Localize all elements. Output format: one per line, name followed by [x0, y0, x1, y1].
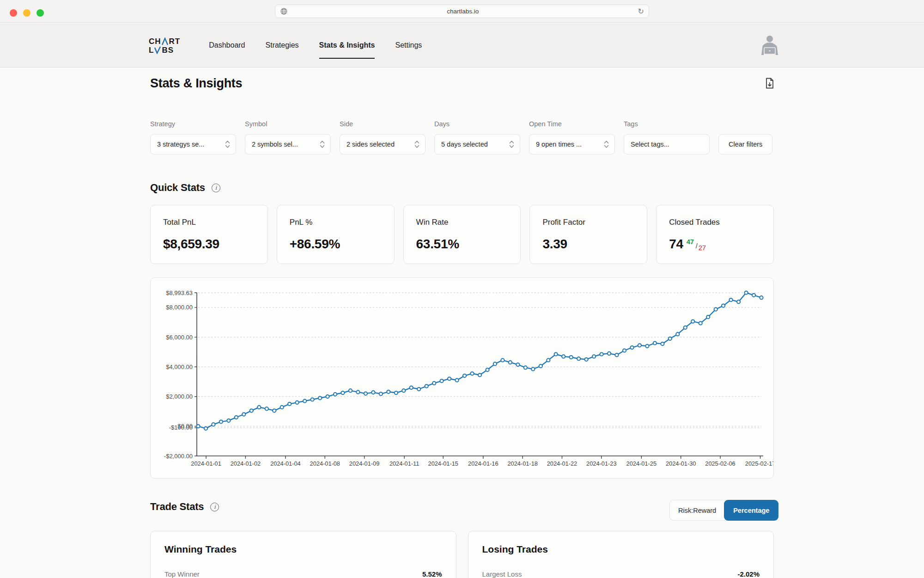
side-select[interactable]: 2 sides selected: [340, 134, 426, 154]
address-bar[interactable]: chartlabs.io ↻: [275, 5, 649, 18]
chevron-updown-icon: [603, 140, 609, 148]
svg-text:2024-01-04: 2024-01-04: [270, 460, 300, 467]
svg-text:$8,993.63: $8,993.63: [166, 289, 193, 296]
zoom-window-button[interactable]: [36, 9, 44, 17]
svg-text:2024-01-18: 2024-01-18: [507, 460, 537, 467]
filter-label: Symbol: [245, 120, 331, 128]
stat-card-total-pnl: Total PnL $8,659.39: [150, 205, 268, 264]
url-text: chartlabs.io: [288, 8, 638, 15]
chevron-updown-icon: [319, 140, 325, 148]
strategy-select[interactable]: 3 strategys se...: [150, 134, 236, 154]
trade-stats-heading: Trade Stats: [150, 501, 204, 513]
filters-bar: Strategy 3 strategys se... Symbol 2 symb…: [150, 120, 774, 154]
nav-item-stats-insights[interactable]: Stats & Insights: [319, 38, 375, 52]
svg-text:-$2,000.00: -$2,000.00: [164, 453, 193, 460]
trade-stats-header: Trade Stats i: [150, 501, 219, 513]
stat-value: $8,659.39: [163, 237, 255, 252]
logo-zigzag-icon: [154, 46, 161, 54]
winning-trades-title: Winning Trades: [164, 544, 442, 555]
quick-stats-header: Quick Stats i: [150, 182, 220, 194]
stat-row: Largest Loss -2.02%: [482, 570, 760, 578]
chevron-updown-icon: [509, 140, 515, 148]
trade-stats-cards: Winning Trades Top Winner 5.52% Losing T…: [150, 531, 774, 578]
filter-open-time: Open Time 9 open times ...: [529, 120, 615, 154]
close-window-button[interactable]: [10, 9, 17, 17]
filter-side: Side 2 sides selected: [340, 120, 426, 154]
svg-text:2024-01-11: 2024-01-11: [389, 460, 419, 467]
svg-text:2024-01-15: 2024-01-15: [428, 460, 458, 467]
svg-text:2024-01-16: 2024-01-16: [468, 460, 498, 467]
days-select[interactable]: 5 days selected: [434, 134, 520, 154]
filter-label: Side: [340, 120, 426, 128]
svg-text:2025-02-17: 2025-02-17: [745, 460, 773, 467]
open-time-select[interactable]: 9 open times ...: [529, 134, 615, 154]
info-icon[interactable]: i: [212, 184, 220, 192]
svg-text:2024-01-09: 2024-01-09: [349, 460, 379, 467]
file-download-icon: [763, 77, 776, 90]
stat-value: 63.51%: [416, 237, 508, 252]
symbol-select[interactable]: 2 symbols sel...: [245, 134, 331, 154]
filter-strategy: Strategy 3 strategys se...: [150, 120, 236, 154]
stat-row-value: 5.52%: [422, 570, 442, 578]
toggle-risk-reward[interactable]: Risk:Reward: [670, 500, 724, 520]
logo-zigzag-icon: [162, 37, 169, 45]
stat-card-win-rate: Win Rate 63.51%: [403, 205, 521, 264]
info-icon[interactable]: i: [210, 503, 219, 511]
losing-trades-card: Losing Trades Largest Loss -2.02%: [468, 531, 774, 578]
toggle-percentage[interactable]: Percentage: [724, 500, 778, 521]
winning-trades-count: 47: [687, 238, 694, 246]
nav-item-dashboard[interactable]: Dashboard: [209, 38, 245, 52]
tags-input[interactable]: Select tags...: [624, 134, 710, 154]
svg-text:$2,000.00: $2,000.00: [166, 393, 193, 400]
filter-label: Tags: [624, 120, 710, 128]
chevron-updown-icon: [225, 140, 231, 148]
svg-text:$8,000.00: $8,000.00: [166, 304, 193, 311]
stat-row-label: Largest Loss: [482, 570, 522, 578]
quick-stats-heading: Quick Stats: [150, 182, 205, 194]
logo-text: RT: [169, 37, 181, 45]
logo-text: BS: [162, 46, 174, 54]
chartlabs-logo[interactable]: CH RT L BS: [149, 37, 180, 54]
minimize-window-button[interactable]: [23, 9, 30, 17]
svg-text:2024-01-02: 2024-01-02: [231, 460, 261, 467]
svg-text:2024-01-22: 2024-01-22: [547, 460, 577, 467]
nav-links: Dashboard Strategies Stats & Insights Se…: [209, 38, 422, 52]
equity-curve-chart: $8,993.63$8,000.00$6,000.00$4,000.00$2,0…: [150, 277, 774, 479]
filter-label: Strategy: [150, 120, 236, 128]
filter-label: Open Time: [529, 120, 615, 128]
nav-item-strategies[interactable]: Strategies: [266, 38, 299, 52]
logo-text: CH: [149, 37, 161, 45]
export-report-button[interactable]: [762, 76, 777, 91]
stat-row-value: -2.02%: [737, 570, 760, 578]
reload-icon[interactable]: ↻: [638, 8, 644, 15]
closed-trades-total: 74: [669, 237, 683, 251]
navbar: CH RT L BS Dashboard Strategies Stats & …: [0, 23, 924, 68]
clear-filters-button[interactable]: Clear filters: [718, 134, 772, 154]
svg-text:2024-01-25: 2024-01-25: [626, 460, 657, 467]
stat-value: 3.39: [542, 237, 634, 252]
stat-value: 7447/27: [669, 237, 761, 252]
logo-text: L: [149, 46, 154, 54]
browser-chrome: chartlabs.io ↻: [0, 0, 924, 23]
filter-days: Days 5 days selected: [434, 120, 520, 154]
user-avatar-icon[interactable]: [759, 35, 781, 56]
filter-tags: Tags Select tags...: [624, 120, 710, 154]
stat-card-closed-trades: Closed Trades 7447/27: [656, 205, 774, 264]
trade-stats-mode-toggle: Risk:Reward Percentage: [669, 500, 778, 521]
svg-text:2024-01-23: 2024-01-23: [586, 460, 616, 467]
stat-value: +86.59%: [290, 237, 382, 252]
equity-curve-svg: $8,993.63$8,000.00$6,000.00$4,000.00$2,0…: [151, 278, 773, 478]
stat-card-profit-factor: Profit Factor 3.39: [529, 205, 647, 264]
losing-trades-count: 27: [699, 244, 706, 252]
filter-symbol: Symbol 2 symbols sel...: [245, 120, 331, 154]
losing-trades-title: Losing Trades: [482, 544, 760, 555]
svg-text:$6,000.00: $6,000.00: [166, 334, 193, 341]
winning-trades-card: Winning Trades Top Winner 5.52%: [150, 531, 456, 578]
filter-label: Days: [434, 120, 520, 128]
svg-text:2024-01-01: 2024-01-01: [191, 460, 221, 467]
chevron-updown-icon: [414, 140, 420, 148]
nav-item-settings[interactable]: Settings: [395, 38, 422, 52]
wins-losses-separator: /: [696, 242, 698, 250]
stat-row: Top Winner 5.52%: [164, 570, 442, 578]
stat-row-label: Top Winner: [164, 570, 200, 578]
